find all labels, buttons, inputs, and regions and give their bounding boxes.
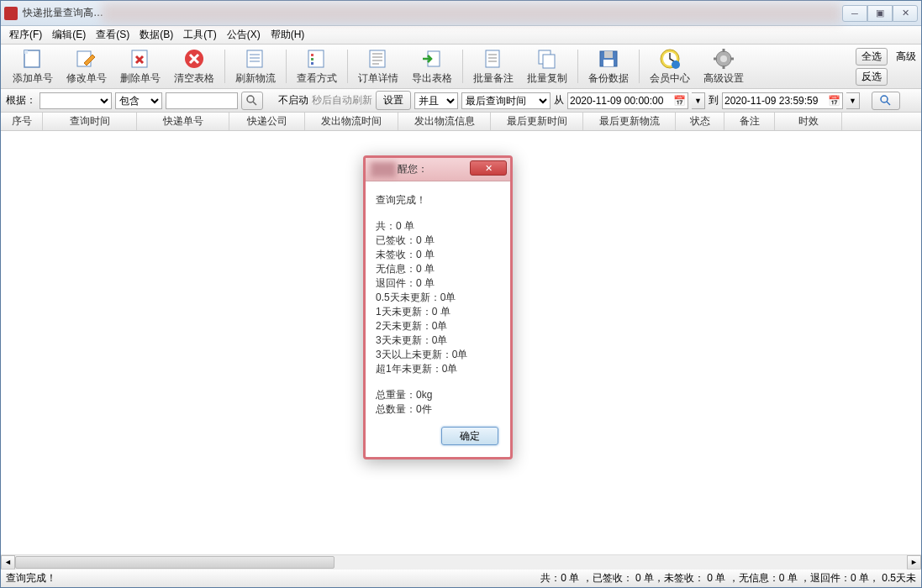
backup-button[interactable]: 备份数据 (582, 46, 635, 87)
batchcopy-icon (535, 48, 559, 70)
dialog-line: 3天以上未更新：0单 (376, 348, 502, 362)
titlebar: 快递批量查询高… ─ ▣ ✕ (1, 1, 921, 26)
close-button[interactable]: ✕ (893, 5, 918, 22)
column-header[interactable]: 时效 (775, 113, 842, 130)
date-from-dropdown[interactable]: ▼ (692, 92, 705, 109)
column-header[interactable]: 最后更新时间 (491, 113, 583, 130)
titlebar-blur (102, 3, 841, 24)
menu-tools[interactable]: 工具(T) (180, 26, 219, 44)
clear-icon (182, 48, 206, 70)
date-to-input[interactable]: 2020-11-09 23:59:59📅 (722, 92, 843, 109)
dialog-line: 1天未更新：0 单 (376, 305, 502, 319)
modify-icon (75, 48, 98, 70)
lastquery-select[interactable]: 最后查询时间 (461, 92, 551, 109)
gear-icon (712, 48, 735, 70)
basis-label: 根据： (6, 93, 36, 108)
member-button[interactable]: 会员中心 (643, 46, 697, 87)
modify-button[interactable]: 修改单号 (60, 46, 113, 87)
filter-input[interactable] (166, 92, 238, 109)
status-right: 共：0 单 ，已签收： 0 单，未签收： 0 单 ，无信息：0 单 ，退回件：0… (540, 571, 916, 585)
menu-notice[interactable]: 公告(X) (224, 26, 264, 44)
svg-rect-25 (604, 51, 613, 58)
member-icon (658, 48, 682, 70)
svg-point-36 (247, 96, 254, 102)
dialog-line: 3天未更新：0单 (376, 333, 502, 348)
selectall-button[interactable]: 全选 (856, 48, 888, 66)
basis-select[interactable] (40, 92, 112, 109)
dialog-close-button[interactable]: ✕ (470, 160, 507, 176)
svg-rect-23 (543, 55, 555, 68)
export-icon (420, 48, 444, 70)
svg-rect-8 (308, 50, 324, 67)
column-header[interactable]: 查询时间 (43, 113, 137, 130)
scroll-thumb[interactable] (15, 556, 335, 569)
scrollbar-horizontal[interactable]: ◄ ► (1, 554, 921, 569)
nostart-label: 不启动 (278, 93, 308, 108)
invert-button[interactable]: 反选 (856, 68, 888, 86)
viewmode-button[interactable]: 查看方式 (290, 46, 344, 87)
maximize-button[interactable]: ▣ (867, 5, 893, 22)
and-select[interactable]: 并且 (414, 92, 458, 109)
refresh-icon (244, 48, 267, 70)
menu-help[interactable]: 帮助(H) (267, 26, 308, 44)
scroll-right[interactable]: ► (907, 555, 921, 570)
dialog-line: 已签收：0 单 (376, 234, 502, 248)
viewmode-icon (305, 48, 329, 70)
column-header[interactable]: 最后更新物流 (583, 113, 676, 130)
dialog-line: 未签收：0 单 (376, 248, 502, 262)
dialog-titlebar[interactable]: 醒您： ✕ (366, 158, 510, 181)
export-button[interactable]: 导出表格 (405, 46, 459, 87)
column-header[interactable]: 序号 (1, 113, 43, 130)
batchnote-button[interactable]: 批量备注 (466, 46, 520, 87)
add-button[interactable]: 添加单号 (6, 46, 60, 87)
search-button[interactable] (241, 92, 263, 110)
scroll-left[interactable]: ◄ (1, 555, 15, 570)
dialog-line: 总数量：0件 (376, 402, 502, 417)
advset-button[interactable]: 高级设置 (697, 46, 751, 87)
window-title: 快递批量查询高… (23, 6, 103, 20)
column-header[interactable]: 状态 (676, 113, 724, 130)
menu-data[interactable]: 数据(B) (136, 26, 176, 44)
menu-view[interactable]: 查看(S) (92, 26, 133, 44)
column-header[interactable]: 备注 (724, 113, 775, 130)
dialog-title-blur (371, 162, 396, 177)
add-icon (21, 48, 45, 70)
filterbar: 根据： 包含 不启动 秒后自动刷新 设置 并且 最后查询时间 从 2020-11… (1, 89, 921, 113)
svg-rect-12 (370, 50, 385, 67)
column-header[interactable]: 发出物流信息 (398, 113, 491, 130)
column-header[interactable]: 快递单号 (137, 113, 229, 130)
search2-button[interactable] (872, 92, 900, 110)
delete-icon (129, 48, 152, 70)
dialog-ok-button[interactable]: 确定 (441, 427, 498, 445)
app-icon (4, 7, 18, 20)
svg-point-29 (672, 60, 680, 69)
dialog-line: 2天未更新：0单 (376, 319, 502, 333)
menubar: 程序(F) 编辑(E) 查看(S) 数据(B) 工具(T) 公告(X) 帮助(H… (1, 26, 921, 45)
svg-point-31 (720, 55, 727, 62)
toolbar: 添加单号 修改单号 删除单号 清空表格 刷新物流 查看方式 订单详情 (1, 45, 921, 89)
svg-line-37 (253, 102, 256, 105)
svg-line-39 (887, 102, 890, 105)
date-from-input[interactable]: 2020-11-09 00:00:00📅 (567, 92, 688, 109)
minimize-button[interactable]: ─ (842, 5, 867, 22)
menu-edit[interactable]: 编辑(E) (49, 26, 89, 44)
svg-rect-9 (311, 54, 313, 56)
contains-select[interactable]: 包含 (115, 92, 162, 109)
delete-button[interactable]: 删除单号 (113, 46, 167, 87)
column-header[interactable]: 发出物流时间 (305, 113, 398, 130)
to-label: 到 (709, 93, 719, 108)
clear-button[interactable]: 清空表格 (167, 46, 221, 87)
column-header[interactable]: 快递公司 (229, 113, 305, 130)
date-to-dropdown[interactable]: ▼ (846, 92, 860, 109)
dialog-title: 醒您： (398, 162, 428, 176)
settings-button[interactable]: 设置 (376, 91, 411, 110)
dialog-body: 查询完成！共：0 单已签收：0 单未签收：0 单无信息：0 单退回件：0 单 0… (366, 181, 510, 427)
dialog-line: 共：0 单 (376, 219, 502, 234)
menu-program[interactable]: 程序(F) (6, 26, 45, 44)
refresh-button[interactable]: 刷新物流 (229, 46, 282, 87)
batchcopy-button[interactable]: 批量复制 (520, 46, 574, 87)
svg-rect-26 (603, 60, 614, 66)
advanced-label[interactable]: 高级 (893, 50, 916, 64)
detail-button[interactable]: 订单详情 (351, 46, 405, 87)
autorefresh-label: 秒后自动刷新 (312, 93, 372, 108)
